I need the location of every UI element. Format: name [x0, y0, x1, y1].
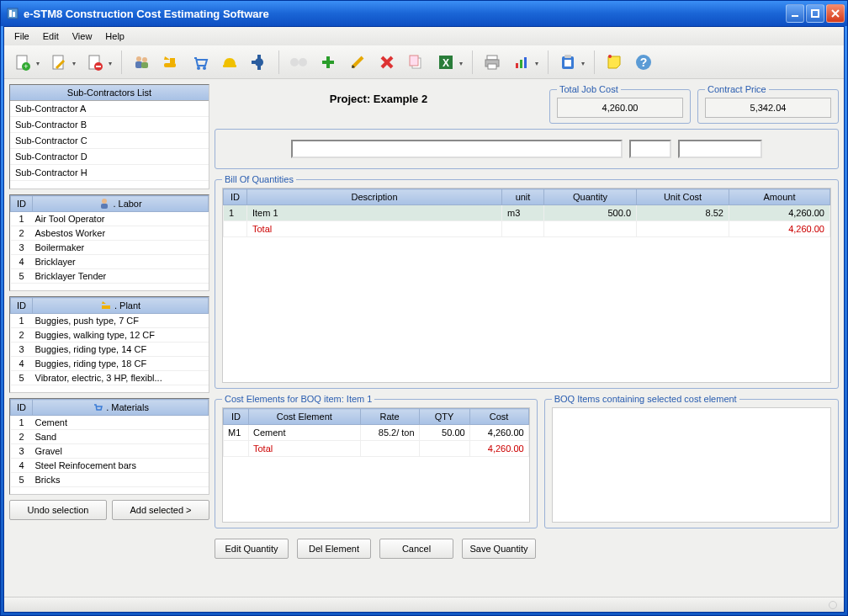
materials-header[interactable]: . Materials [33, 400, 209, 416]
boq-col-qty[interactable]: Quantity [544, 189, 637, 205]
table-row[interactable]: 4Steel Reinfocement bars [11, 459, 209, 473]
table-row[interactable]: 2Asbestos Worker [11, 226, 209, 241]
boq-items-containing-panel: BOQ Items containing selected cost eleme… [544, 394, 839, 528]
col-id[interactable]: ID [11, 400, 33, 416]
boq-col-amount[interactable]: Amount [729, 189, 830, 205]
boq-panel: Bill Of Quantities ID Description unit Q… [215, 174, 839, 389]
cancel-button[interactable]: Cancel [379, 539, 453, 559]
document-remove-icon[interactable] [82, 49, 115, 76]
plant-panel: ID . Plant 1Buggies, push type, 7 CF 2Bu… [9, 296, 209, 393]
svg-rect-25 [257, 55, 261, 60]
sidebar: Sub-Contractors List Sub-Contractor A Su… [9, 84, 209, 592]
boq-col-unit[interactable]: unit [502, 189, 544, 205]
col-id[interactable]: ID [11, 298, 33, 314]
table-row[interactable]: 4Bricklayer [11, 255, 209, 269]
ce-col-id[interactable]: ID [224, 409, 249, 425]
print-icon[interactable] [479, 49, 506, 76]
excel-icon[interactable]: X [432, 49, 466, 76]
undo-selection-button[interactable]: Undo selection [9, 500, 107, 520]
edit-quantity-button[interactable]: Edit Quantity [215, 539, 289, 559]
boq-col-ucost[interactable]: Unit Cost [637, 189, 729, 205]
resize-grip-icon [829, 601, 837, 609]
ce-col-el[interactable]: Cost Element [249, 409, 361, 425]
main-content: Project: Example 2 Total Job Cost 4,260.… [215, 84, 839, 592]
table-row[interactable]: 5Bricklayer Tender [11, 269, 209, 284]
svg-point-22 [203, 66, 206, 70]
project-label: Project: Example 2 [215, 84, 543, 112]
svg-rect-37 [410, 56, 418, 66]
excavator-icon[interactable] [157, 49, 184, 76]
copies-icon[interactable] [403, 49, 430, 76]
ce-col-rate[interactable]: Rate [360, 409, 419, 425]
maximize-button[interactable] [806, 4, 824, 23]
description-input[interactable] [291, 140, 623, 158]
table-row[interactable]: 1Buggies, push type, 7 CF [11, 314, 209, 328]
ce-col-cost[interactable]: Cost [469, 409, 528, 425]
del-element-button[interactable]: Del Element [297, 539, 371, 559]
cost-elements-panel: Cost Elements for BOQ item: Item 1 ID Co… [215, 394, 538, 528]
add-selected-button[interactable]: Add selected > [112, 500, 209, 520]
svg-rect-40 [487, 56, 497, 60]
list-item[interactable]: Sub-Contractor B [10, 117, 209, 133]
chart-icon[interactable] [508, 49, 542, 76]
boq-col-desc[interactable]: Description [247, 189, 502, 205]
boq-total-row: Total 4,260.00 [224, 221, 830, 237]
ce-col-qty[interactable]: QTY [419, 409, 469, 425]
list-item[interactable]: Sub-Contractor H [10, 165, 209, 181]
quantity-input[interactable] [678, 140, 762, 158]
titlebar[interactable]: e-STM8 Construction Cost Estimating Soft… [1, 1, 847, 26]
svg-rect-43 [516, 63, 518, 68]
svg-rect-54 [101, 204, 108, 209]
cart-icon[interactable] [187, 49, 214, 76]
table-row[interactable]: 2Sand [11, 430, 209, 444]
table-row[interactable]: 3Gravel [11, 444, 209, 459]
note-icon[interactable] [601, 49, 628, 76]
add-icon[interactable] [315, 49, 342, 76]
table-row[interactable]: 3Boilermaker [11, 241, 209, 255]
menu-edit[interactable]: Edit [36, 29, 66, 44]
save-quantity-button[interactable]: Save Quantity [462, 539, 536, 559]
table-row[interactable]: 1Cement [11, 416, 209, 430]
table-row[interactable]: M1 Cement 85.2/ ton 50.00 4,260.00 [224, 425, 529, 441]
document-add-icon[interactable]: + [9, 49, 43, 76]
close-button[interactable] [826, 4, 845, 23]
statusbar [4, 597, 844, 612]
table-row[interactable]: 5Vibrator, electric, 3 HP, flexibl... [11, 371, 209, 385]
menu-file[interactable]: File [8, 29, 36, 44]
paste-icon[interactable] [554, 49, 588, 76]
table-row[interactable]: 2Buggies, walking type, 12 CF [11, 328, 209, 343]
boq-col-id[interactable]: ID [224, 189, 247, 205]
labor-header[interactable]: . Labor [33, 196, 209, 212]
svg-point-15 [136, 56, 141, 61]
minimize-button[interactable] [786, 4, 804, 23]
table-row[interactable]: 1Air Tool Operator [11, 212, 209, 226]
delete-x-icon[interactable] [374, 49, 400, 76]
hardhat-icon[interactable] [216, 49, 243, 76]
svg-rect-23 [223, 65, 236, 67]
svg-rect-14 [96, 66, 101, 67]
document-edit-icon[interactable] [45, 49, 79, 76]
svg-text:X: X [443, 57, 449, 69]
pencil-icon[interactable] [344, 49, 371, 76]
menu-help[interactable]: Help [98, 29, 131, 44]
ce-total-row: Total 4,260.00 [224, 441, 529, 457]
table-row[interactable]: 5Bricks [11, 473, 209, 487]
table-row[interactable]: 4Buggies, riding type, 18 CF [11, 357, 209, 371]
people-icon[interactable] [128, 49, 155, 76]
svg-rect-55 [102, 305, 110, 309]
svg-rect-26 [257, 65, 261, 70]
list-item[interactable]: Sub-Contractor A [10, 101, 209, 117]
plumbing-icon[interactable] [246, 49, 273, 76]
list-item[interactable]: Sub-Contractor C [10, 133, 209, 149]
menu-view[interactable]: View [66, 29, 99, 44]
svg-rect-1 [9, 10, 12, 17]
table-row[interactable]: 3Buggies, riding type, 14 CF [11, 343, 209, 357]
plant-header[interactable]: . Plant [33, 298, 209, 314]
svg-rect-47 [564, 55, 571, 58]
col-id[interactable]: ID [11, 196, 33, 212]
list-item[interactable]: Sub-Contractor D [10, 149, 209, 165]
table-row[interactable]: 1 Item 1 m3 500.0 8.52 4,260.00 [224, 205, 830, 221]
help-icon[interactable]: ? [630, 49, 657, 76]
svg-point-53 [102, 199, 107, 204]
unit-input[interactable] [629, 140, 671, 158]
